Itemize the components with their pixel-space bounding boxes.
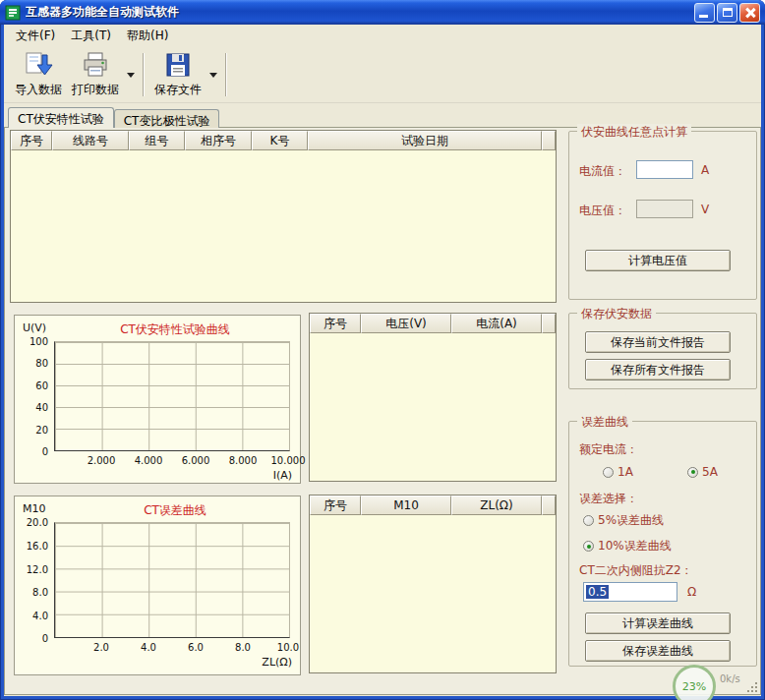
radio-5a[interactable]: 5A — [687, 465, 718, 479]
menu-help[interactable]: 帮助(H) — [119, 25, 176, 47]
save-current-report-button[interactable]: 保存当前文件报告 — [585, 331, 731, 353]
print-label: 打印数据 — [72, 82, 119, 98]
radio-10pct-error-curve[interactable]: 10%误差曲线 — [583, 538, 672, 554]
tab-ct-volt-ampere[interactable]: CT伏安特性试验 — [8, 107, 114, 128]
column-header-index[interactable]: 序号 — [310, 496, 361, 515]
import-label: 导入数据 — [15, 82, 62, 98]
column-header-filler — [542, 314, 556, 333]
dropdown-arrow-icon — [127, 73, 135, 82]
x-tick: 2.0 — [93, 642, 109, 653]
close-button[interactable] — [739, 3, 760, 23]
y-tick: 4.0 — [15, 611, 48, 621]
tab-ct-ratio-polarity[interactable]: CT变比极性试验 — [114, 109, 220, 128]
network-speed-text: 0k/s — [720, 673, 740, 684]
va-calc-group: 伏安曲线任意点计算 电流值： A 电压值： V 计算电压值 — [568, 131, 757, 300]
z2-input[interactable]: 0.5 — [583, 582, 677, 602]
dropdown-arrow-icon — [209, 73, 217, 82]
tab-strip: CT伏安特性试验 CT变比极性试验 — [8, 107, 219, 128]
x-tick: 8.0 — [235, 642, 251, 653]
minimize-icon — [699, 15, 708, 18]
y-tick: 12.0 — [15, 564, 48, 575]
radio-1a[interactable]: 1A — [603, 465, 633, 479]
app-window: 互感器多功能全自动测试软件 文件(F) 工具(T) 帮助(H) — [0, 0, 765, 700]
vi-curve-chart: U(V) CT伏安特性试验曲线 100 80 60 40 20 0 2.000 … — [14, 315, 301, 484]
window-title: 互感器多功能全自动测试软件 — [26, 4, 689, 21]
x-tick: 2.000 — [88, 455, 116, 466]
maximize-button[interactable] — [717, 3, 737, 23]
z2-value: 0.5 — [586, 585, 609, 599]
save-all-reports-button[interactable]: 保存所有文件报告 — [585, 359, 731, 380]
print-dropdown-button[interactable] — [124, 49, 138, 100]
close-icon — [744, 7, 756, 19]
z2-unit: Ω — [687, 585, 696, 599]
radio-icon — [603, 467, 614, 478]
save-error-curve-button[interactable]: 保存误差曲线 — [585, 640, 731, 662]
column-header-voltage[interactable]: 电压(V) — [361, 314, 451, 333]
x-axis-label: I(A) — [273, 469, 292, 482]
print-data-button[interactable]: 打印数据 — [67, 49, 124, 100]
column-header-phase[interactable]: 相序号 — [185, 131, 252, 150]
records-table: 序号 线路号 组号 相序号 K号 试验日期 — [10, 130, 557, 303]
y-axis-label: M10 — [23, 502, 46, 515]
app-icon — [5, 5, 21, 21]
records-table-body[interactable] — [11, 150, 556, 302]
resize-grip[interactable] — [745, 680, 758, 693]
column-header-date[interactable]: 试验日期 — [308, 131, 542, 150]
column-header-index[interactable]: 序号 — [310, 314, 361, 333]
x-tick: 6.000 — [182, 455, 210, 466]
column-header-index[interactable]: 序号 — [11, 131, 52, 150]
column-header-k[interactable]: K号 — [252, 131, 308, 150]
menu-file[interactable]: 文件(F) — [8, 25, 63, 47]
chart-title: CT误差曲线 — [54, 502, 296, 519]
error-table-body[interactable] — [310, 515, 556, 672]
error-table-header: 序号 M10 ZL(Ω) — [310, 496, 556, 515]
group-title: 误差曲线 — [577, 414, 632, 431]
y-tick: 20.0 — [15, 517, 48, 528]
save-dropdown-button[interactable] — [206, 49, 220, 100]
error-curve-group: 误差曲线 额定电流： 1A 5A 误差选择： 5%误差曲线 10%误差曲线 CT… — [568, 421, 757, 667]
x-tick: 4.0 — [141, 642, 156, 653]
radio-label: 5%误差曲线 — [598, 512, 664, 529]
vi-table-body[interactable] — [310, 333, 556, 481]
y-tick: 80 — [15, 358, 48, 369]
voltage-value-input[interactable] — [636, 200, 693, 218]
error-values-table: 序号 M10 ZL(Ω) — [309, 495, 557, 673]
x-tick: 8.000 — [229, 455, 258, 466]
column-header-line[interactable]: 线路号 — [52, 131, 129, 150]
menu-tools[interactable]: 工具(T) — [63, 25, 119, 47]
save-icon — [163, 50, 193, 80]
radio-icon — [583, 515, 594, 526]
radio-icon — [687, 467, 698, 478]
error-select-label: 误差选择： — [579, 491, 638, 507]
y-axis-label: U(V) — [23, 321, 46, 334]
maximize-icon — [723, 8, 733, 17]
column-header-current[interactable]: 电流(A) — [451, 314, 542, 333]
save-va-group: 保存伏安数据 保存当前文件报告 保存所有文件报告 — [568, 313, 757, 389]
radio-5pct-error-curve[interactable]: 5%误差曲线 — [583, 512, 664, 529]
y-tick: 8.0 — [15, 587, 48, 598]
calc-voltage-button[interactable]: 计算电压值 — [585, 250, 731, 271]
rated-current-label: 额定电流： — [579, 441, 638, 458]
error-curve-chart: M10 CT误差曲线 20.0 16.0 12.0 8.0 4.0 0 2.0 … — [14, 496, 301, 675]
title-bar: 互感器多功能全自动测试软件 — [0, 0, 765, 25]
vi-table-header: 序号 电压(V) 电流(A) — [310, 314, 556, 333]
floating-percent-ball[interactable]: 23% — [673, 665, 716, 700]
y-tick: 40 — [15, 402, 48, 413]
column-header-zl[interactable]: ZL(Ω) — [451, 496, 542, 515]
y-tick: 0 — [15, 633, 48, 644]
x-tick: 10.0 — [277, 642, 299, 653]
records-table-header: 序号 线路号 组号 相序号 K号 试验日期 — [11, 131, 556, 150]
column-header-filler — [542, 131, 556, 150]
import-icon — [24, 50, 53, 80]
current-unit: A — [701, 163, 709, 177]
voltage-value-label: 电压值： — [579, 203, 626, 219]
save-file-button[interactable]: 保存文件 — [149, 49, 206, 100]
current-value-input[interactable] — [636, 160, 693, 179]
group-title: 保存伏安数据 — [577, 306, 656, 322]
import-data-button[interactable]: 导入数据 — [10, 49, 67, 100]
vi-values-table: 序号 电压(V) 电流(A) — [309, 313, 557, 482]
column-header-group[interactable]: 组号 — [129, 131, 185, 150]
minimize-button[interactable] — [694, 3, 715, 23]
calc-error-curve-button[interactable]: 计算误差曲线 — [585, 612, 731, 634]
column-header-m10[interactable]: M10 — [361, 496, 451, 515]
